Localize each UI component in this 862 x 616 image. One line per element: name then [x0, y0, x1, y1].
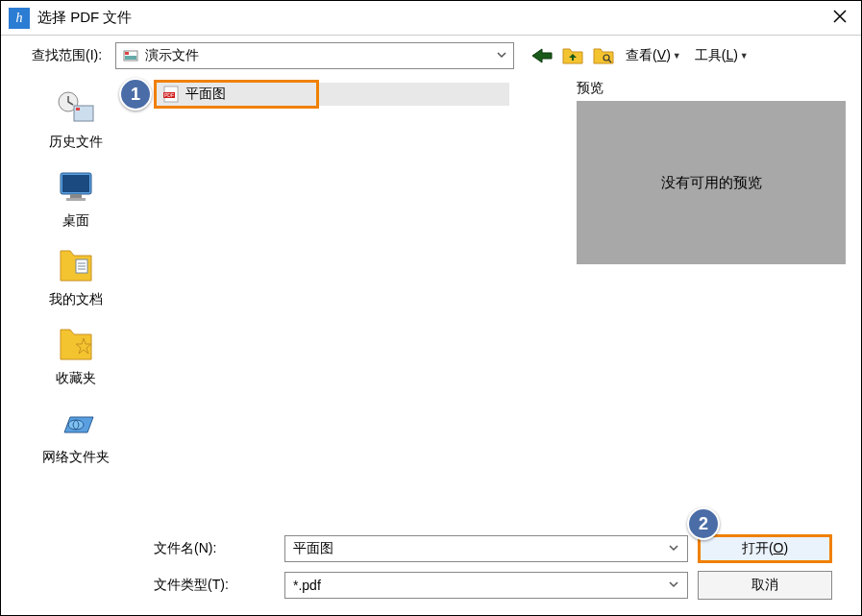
- callout-1: 1: [119, 78, 152, 111]
- title-bar: h 选择 PDF 文件: [1, 1, 861, 36]
- open-button[interactable]: 打开(O): [698, 534, 832, 563]
- file-row[interactable]: PDF 平面图: [154, 80, 319, 109]
- chevron-down-icon: ▼: [673, 51, 681, 61]
- chevron-down-icon: [668, 578, 679, 593]
- sidebar-item-label: 历史文件: [49, 134, 103, 151]
- back-button[interactable]: [530, 44, 554, 67]
- chevron-down-icon: [496, 48, 507, 63]
- sidebar-item-network[interactable]: 网络文件夹: [1, 397, 150, 472]
- preview-label: 预览: [577, 80, 846, 97]
- pdf-icon: PDF: [162, 86, 180, 103]
- lookin-dropdown[interactable]: 演示文件: [115, 42, 514, 69]
- callout-2: 2: [687, 507, 720, 540]
- chevron-down-icon: ▼: [740, 51, 749, 61]
- open-button-label: 打开(O): [742, 540, 788, 557]
- filename-value: 平面图: [293, 540, 333, 557]
- svg-point-16: [68, 420, 84, 430]
- nav-icons: 查看(V) ▼ 工具(L) ▼: [530, 44, 752, 67]
- lookin-label: 查找范围(I):: [32, 47, 102, 64]
- folder-up-icon: [562, 47, 583, 64]
- filename-combo[interactable]: 平面图: [284, 535, 688, 562]
- bottom-bar: 文件名(N): 平面图 打开(O) 文件类型(T): *.pdf 取消: [150, 530, 851, 604]
- search-folder-button[interactable]: [591, 44, 616, 67]
- svg-rect-1: [125, 52, 129, 55]
- up-folder-button[interactable]: [560, 44, 585, 67]
- filetype-value: *.pdf: [293, 578, 321, 593]
- tools-menu-label: 工具(L): [695, 47, 738, 64]
- tools-menu[interactable]: 工具(L) ▼: [691, 47, 752, 64]
- documents-icon: [53, 245, 99, 285]
- sidebar-item-label: 网络文件夹: [42, 449, 110, 466]
- svg-rect-10: [70, 194, 82, 198]
- file-list-area: PDF 平面图: [150, 76, 573, 537]
- filetype-label: 文件类型(T):: [150, 577, 275, 594]
- preview-panel: 预览 没有可用的预览: [573, 76, 861, 537]
- lookin-value: 演示文件: [145, 47, 199, 64]
- view-menu[interactable]: 查看(V) ▼: [622, 47, 685, 64]
- close-icon: [832, 9, 848, 24]
- svg-rect-11: [66, 198, 86, 201]
- sidebar-item-label: 桌面: [62, 212, 89, 230]
- cancel-button-label: 取消: [751, 577, 778, 594]
- chevron-down-icon: [668, 541, 679, 556]
- toolbar: 查找范围(I): 演示文件 查看(V) ▼ 工具(L) ▼: [1, 36, 861, 76]
- filename-label: 文件名(N):: [150, 540, 275, 557]
- window-title: 选择 PDF 文件: [37, 9, 826, 27]
- places-sidebar: 历史文件 桌面 我的文档 收藏夹 网络文件夹: [1, 76, 150, 537]
- sidebar-item-favorites[interactable]: 收藏夹: [1, 318, 150, 393]
- svg-rect-9: [62, 175, 89, 192]
- sidebar-item-desktop[interactable]: 桌面: [1, 160, 150, 235]
- close-button[interactable]: [826, 7, 853, 29]
- svg-rect-7: [76, 108, 80, 111]
- svg-rect-2: [125, 56, 136, 60]
- network-icon: [53, 403, 99, 443]
- app-icon: h: [9, 8, 30, 29]
- view-menu-label: 查看(V): [626, 47, 671, 64]
- body-area: 历史文件 桌面 我的文档 收藏夹 网络文件夹: [1, 76, 861, 537]
- svg-text:PDF: PDF: [164, 92, 174, 98]
- cancel-button[interactable]: 取消: [698, 571, 832, 600]
- preview-box: 没有可用的预览: [577, 101, 846, 264]
- folder-icon: [122, 49, 139, 62]
- folder-search-icon: [593, 47, 614, 64]
- sidebar-item-documents[interactable]: 我的文档: [1, 239, 150, 314]
- file-name: 平面图: [185, 86, 226, 103]
- back-arrow-icon: [530, 47, 554, 64]
- preview-empty-text: 没有可用的预览: [661, 174, 762, 192]
- history-icon: [53, 87, 99, 128]
- file-row-extend: [319, 83, 509, 106]
- filetype-combo[interactable]: *.pdf: [284, 572, 688, 599]
- sidebar-item-label: 收藏夹: [56, 370, 96, 387]
- sidebar-item-label: 我的文档: [49, 291, 103, 308]
- desktop-icon: [53, 166, 99, 207]
- file-list[interactable]: PDF 平面图: [154, 80, 563, 533]
- favorites-icon: [53, 324, 99, 364]
